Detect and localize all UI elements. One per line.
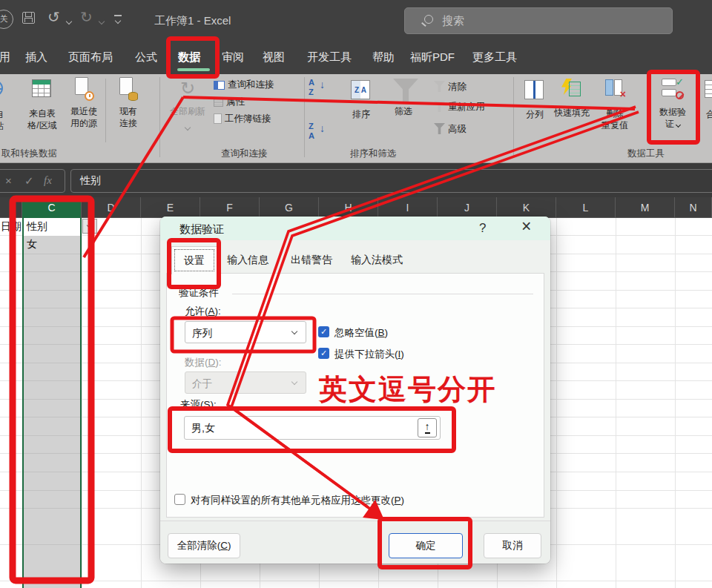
column-header-h[interactable]: H: [319, 197, 378, 218]
qat-customize-chevron-icon[interactable]: [115, 18, 121, 24]
tab-developer[interactable]: 开发工具: [307, 50, 352, 65]
remove-duplicates-button[interactable]: × 删除 重复值: [595, 76, 635, 131]
selected-column-c[interactable]: 性别 女: [22, 218, 82, 588]
autosave-toggle[interactable]: 关: [0, 10, 13, 29]
formula-input[interactable]: 性别: [70, 169, 712, 193]
existing-connections-button[interactable]: 现有 连接: [108, 76, 148, 129]
from-table-range-button[interactable]: 来自表 格/区域: [21, 76, 64, 131]
column-header-j[interactable]: J: [438, 197, 497, 218]
sort-ascending-button[interactable]: A Z ↓: [309, 78, 325, 99]
advanced-filter-button[interactable]: 高级: [434, 123, 467, 136]
settings-tab-page: 验证条件 允许(A): 序列 ✓ 忽略空值(B) ✓ 提供下拉箭头(I) 数据(…: [166, 273, 544, 518]
column-header-m[interactable]: M: [616, 197, 675, 218]
refresh-all-button[interactable]: ↻ 全部刷新: [165, 76, 211, 133]
reapply-filter-button[interactable]: 重新应用: [434, 101, 485, 113]
filter-button[interactable]: 筛选: [384, 76, 423, 117]
in-cell-dropdown-checkbox[interactable]: ✓: [318, 348, 329, 359]
cell-b1[interactable]: 日期: [1, 220, 22, 234]
flash-fill-button[interactable]: 快速填充: [550, 76, 593, 119]
database-document-icon: [118, 77, 139, 102]
column-header-k[interactable]: K: [497, 197, 556, 218]
tab-settings[interactable]: 设置: [171, 246, 217, 274]
collapse-dialog-button[interactable]: ↑: [418, 418, 437, 437]
data-validation-icon: ✓: [662, 78, 684, 103]
globe-icon: [0, 80, 3, 105]
range-picker-icon: ↑: [425, 421, 430, 434]
column-header-d[interactable]: D: [82, 197, 141, 218]
tab-insert[interactable]: 插入: [25, 50, 47, 65]
column-header-i[interactable]: I: [378, 197, 438, 218]
tab-more-tools[interactable]: 更多工具: [472, 50, 517, 65]
allow-dropdown[interactable]: 序列: [185, 321, 306, 343]
cell-c2[interactable]: 女: [27, 238, 37, 251]
search-box[interactable]: 搜索: [404, 7, 673, 34]
validation-criteria-label: 验证条件: [179, 286, 219, 300]
formula-value: 性别: [80, 174, 101, 188]
tab-ime-mode[interactable]: 输入法模式: [351, 254, 403, 267]
tab-review[interactable]: 审阅: [222, 50, 244, 65]
tab-home-partial[interactable]: 用: [0, 50, 11, 65]
allow-label: 允许(A):: [185, 305, 221, 318]
refresh-dropdown-icon: [185, 125, 191, 131]
clear-filter-button[interactable]: 清除: [434, 81, 467, 93]
queries-connections-button[interactable]: 查询和连接: [214, 79, 274, 91]
column-header-c[interactable]: C: [22, 197, 82, 218]
ignore-blank-checkbox[interactable]: ✓: [318, 326, 329, 337]
sort-descending-button[interactable]: Z A ↓: [309, 122, 325, 142]
data-validation-dropdown-icon: [676, 122, 681, 128]
cancel-icon[interactable]: ×: [5, 174, 12, 187]
tab-formulas[interactable]: 公式: [135, 50, 157, 65]
tab-foxit-pdf[interactable]: 福昕PDF: [410, 50, 455, 65]
consolidate-button-partial[interactable]: 合并: [700, 76, 712, 120]
ignore-blank-label: 忽略空值(B): [334, 326, 388, 340]
apply-all-checkbox[interactable]: [174, 494, 185, 505]
redo-icon[interactable]: ↻: [80, 10, 93, 24]
source-input[interactable]: 男,女 ↑: [184, 416, 441, 440]
tab-help[interactable]: 帮助: [372, 50, 395, 65]
properties-button[interactable]: 属性: [214, 96, 245, 108]
filter-funnel-icon: [393, 77, 414, 102]
source-value: 男,女: [191, 422, 215, 435]
data-validation-dialog: 数据验证 ? × 设置 输入信息 出错警告 输入法模式 验证条件 允许(A): …: [160, 217, 550, 564]
sort-button[interactable]: Z A 排序: [343, 76, 380, 120]
data-validation-button[interactable]: ✓ 数据验 证: [651, 76, 694, 130]
tab-input-message[interactable]: 输入信息: [227, 254, 268, 267]
group-get-transform-data: 取和转换数据: [1, 148, 57, 160]
ribbon: 来自 网站 来自表 格/区域 最近使 用的源 现有 连接 ↻ 全部刷新 查询和连…: [0, 74, 712, 163]
clear-funnel-icon: [434, 81, 445, 92]
text-to-columns-button[interactable]: 分列: [518, 76, 552, 120]
clear-all-button[interactable]: 全部清除(C): [168, 533, 240, 558]
column-header-b-partial[interactable]: [0, 197, 22, 218]
cancel-button[interactable]: 取消: [484, 533, 541, 558]
insert-function-icon[interactable]: fx: [44, 174, 52, 187]
dialog-footer: 全部清除(C) 确定 取消: [160, 521, 550, 564]
cell-c1[interactable]: 性别: [24, 218, 80, 236]
dialog-title-bar: 数据验证: [160, 217, 550, 240]
column-header-l[interactable]: L: [556, 197, 616, 218]
dialog-close-button[interactable]: ×: [521, 217, 531, 237]
column-header-g[interactable]: G: [260, 197, 319, 218]
column-header-n[interactable]: N: [675, 197, 712, 218]
queries-pane-icon: [214, 81, 225, 90]
tab-view[interactable]: 视图: [263, 50, 285, 65]
workbook-links-button[interactable]: 工作簿链接: [214, 113, 271, 125]
ok-button[interactable]: 确定: [389, 533, 463, 558]
qat-customize-icon[interactable]: [114, 15, 122, 16]
source-label: 来源(S):: [180, 398, 217, 412]
enter-icon[interactable]: ✓: [24, 174, 34, 188]
consolidate-icon: [705, 80, 712, 105]
redo-dropdown-icon[interactable]: [99, 19, 105, 24]
column-header-e[interactable]: E: [141, 197, 200, 218]
tab-data[interactable]: 数据: [178, 50, 200, 65]
dialog-help-button[interactable]: ?: [479, 221, 486, 236]
from-web-button[interactable]: 来自 网站: [0, 76, 7, 132]
tab-error-alert[interactable]: 出错警告: [291, 254, 332, 267]
undo-dropdown-icon[interactable]: [66, 19, 72, 24]
column-header-f[interactable]: F: [200, 197, 260, 218]
excel-window: 关 ↺ ↻ 工作簿1 - Excel 搜索 用 插入 页面布局 公式 数据 审阅…: [0, 0, 712, 588]
undo-icon[interactable]: ↺: [47, 10, 60, 24]
recent-sources-button[interactable]: 最近使 用的源: [64, 76, 104, 129]
tab-page-layout[interactable]: 页面布局: [68, 50, 113, 65]
save-icon[interactable]: [22, 12, 35, 24]
validation-dropdown-button[interactable]: [82, 219, 97, 234]
